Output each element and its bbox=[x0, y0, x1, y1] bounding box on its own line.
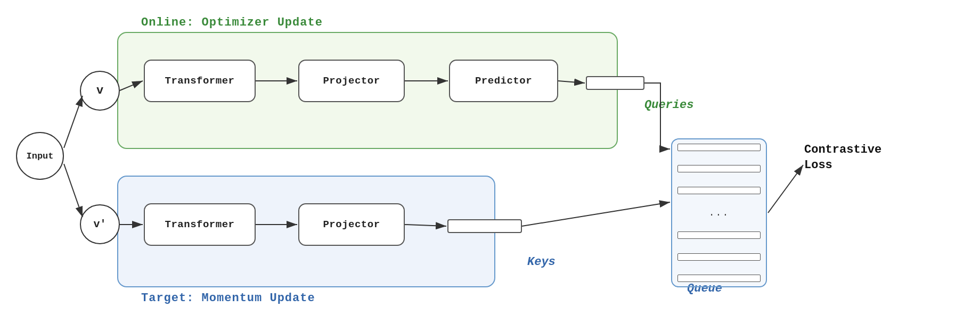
target-label: Target: Momentum Update bbox=[141, 292, 315, 305]
transformer-target-label: Transformer bbox=[165, 219, 235, 230]
svg-line-1 bbox=[64, 96, 83, 148]
keys-label: Keys bbox=[527, 255, 556, 269]
query-rect bbox=[586, 76, 644, 90]
queue-row-6 bbox=[677, 275, 761, 282]
queue-row-1 bbox=[677, 144, 761, 151]
projector-target-box: Projector bbox=[298, 203, 405, 246]
queue-row-3 bbox=[677, 187, 761, 194]
predictor-box: Predictor bbox=[449, 60, 558, 102]
projector-target-label: Projector bbox=[323, 219, 380, 230]
v-label: v bbox=[96, 84, 103, 97]
key-rect bbox=[447, 219, 522, 233]
queue-dots: ... bbox=[677, 208, 761, 218]
online-label: Online: Optimizer Update bbox=[141, 16, 323, 29]
transformer-online-box: Transformer bbox=[144, 60, 256, 102]
queue-row-5 bbox=[677, 253, 761, 261]
projector-online-box: Projector bbox=[298, 60, 405, 102]
svg-line-2 bbox=[64, 164, 83, 217]
transformer-target-box: Transformer bbox=[144, 203, 256, 246]
projector-online-label: Projector bbox=[323, 75, 380, 87]
input-circle: Input bbox=[16, 132, 64, 180]
svg-line-11 bbox=[768, 165, 803, 213]
queue-row-4 bbox=[677, 231, 761, 239]
v-circle: v bbox=[80, 71, 120, 111]
queries-label: Queries bbox=[644, 98, 693, 112]
diagram: Online: Optimizer Update Target: Momentu… bbox=[0, 0, 980, 315]
queue-row-2 bbox=[677, 165, 761, 172]
input-label: Input bbox=[26, 151, 53, 161]
v-prime-circle: v' bbox=[80, 204, 120, 244]
svg-line-10 bbox=[522, 202, 670, 226]
queue-box: ... bbox=[671, 138, 767, 287]
contrastive-loss-label: ContrastiveLoss bbox=[804, 143, 881, 173]
transformer-online-label: Transformer bbox=[165, 75, 235, 87]
v-prime-label: v' bbox=[93, 218, 106, 230]
predictor-label: Predictor bbox=[475, 75, 532, 87]
